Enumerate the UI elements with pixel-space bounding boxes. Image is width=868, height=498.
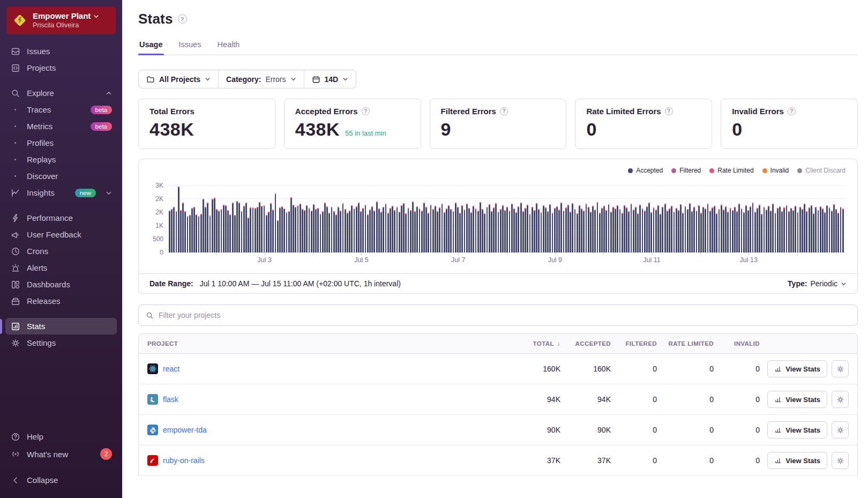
sidebar-item-projects[interactable]: Projects xyxy=(5,60,117,76)
sidebar-item-user-feedback[interactable]: User Feedback xyxy=(5,226,117,243)
tab-health[interactable]: Health xyxy=(216,40,241,55)
date-period-dropdown[interactable]: 14D xyxy=(304,70,356,88)
legend-item-accepted[interactable]: Accepted xyxy=(628,167,663,174)
bar xyxy=(482,209,483,252)
sidebar-item-what-s-new[interactable]: What's new2 xyxy=(5,445,117,463)
x-axis-tick xyxy=(555,252,556,255)
project-link[interactable]: flask xyxy=(163,395,178,404)
legend-item-client-discard[interactable]: Client Discard xyxy=(797,167,845,174)
sidebar-item-issues[interactable]: Issues xyxy=(5,43,117,60)
bar xyxy=(245,203,247,252)
bar xyxy=(730,208,731,252)
bar xyxy=(169,211,170,252)
stat-card-value: 9 xyxy=(441,119,451,140)
sidebar-item-replays[interactable]: Replays xyxy=(5,151,117,168)
sidebar-item-traces[interactable]: Tracesbeta xyxy=(5,101,117,118)
stat-card-subvalue: 55 in last min xyxy=(345,129,386,137)
bar xyxy=(605,210,607,252)
sidebar-item-label: Explore xyxy=(27,88,54,98)
category-dropdown[interactable]: Category: Errors xyxy=(218,70,303,88)
column-header-invalid[interactable]: INVALID xyxy=(714,340,760,347)
sidebar-item-stats[interactable]: Stats xyxy=(5,318,117,335)
bar xyxy=(802,209,803,252)
project-link[interactable]: react xyxy=(163,365,179,373)
chart-type-dropdown[interactable]: Type: Periodic xyxy=(788,279,847,288)
sidebar-item-profiles[interactable]: Profiles xyxy=(5,135,117,151)
sidebar-item-metrics[interactable]: Metricsbeta xyxy=(5,118,117,135)
view-stats-button[interactable]: View Stats xyxy=(767,452,827,469)
bar xyxy=(248,218,249,252)
view-stats-button[interactable]: View Stats xyxy=(767,391,827,408)
sidebar-item-label: Alerts xyxy=(27,263,47,272)
bar xyxy=(538,209,540,252)
bar xyxy=(799,207,801,252)
bar xyxy=(754,212,756,252)
bar xyxy=(241,211,243,252)
legend-item-rate-limited[interactable]: Rate Limited xyxy=(709,167,753,174)
help-icon[interactable]: ? xyxy=(788,107,796,115)
sidebar-item-crons[interactable]: Crons xyxy=(5,243,117,259)
y-axis-tick-label: 2K xyxy=(155,195,163,203)
stat-card-label: Rate Limited Errors xyxy=(586,107,661,116)
help-icon[interactable]: ? xyxy=(362,107,370,115)
sidebar-item-explore[interactable]: Explore xyxy=(5,85,117,101)
view-stats-button[interactable]: View Stats xyxy=(767,360,827,377)
column-header-project[interactable]: PROJECT xyxy=(147,340,509,347)
column-header-accepted[interactable]: ACCEPTED xyxy=(560,340,611,347)
sidebar-item-help[interactable]: Help xyxy=(5,428,117,445)
bar xyxy=(511,204,513,252)
bar xyxy=(236,201,238,252)
bar xyxy=(450,209,452,252)
sidebar-item-settings[interactable]: Settings xyxy=(5,335,117,351)
bar xyxy=(385,204,387,252)
sidebar-item-alerts[interactable]: Alerts xyxy=(5,259,117,276)
project-settings-button[interactable] xyxy=(832,421,849,438)
bar xyxy=(187,216,189,252)
bar-chart-icon xyxy=(774,426,782,434)
tab-usage[interactable]: Usage xyxy=(138,40,164,55)
sidebar-item-releases[interactable]: Releases xyxy=(5,293,117,309)
x-axis-tick xyxy=(361,252,362,255)
help-icon[interactable]: ? xyxy=(500,107,508,115)
column-header-total[interactable]: TOTAL ↓ xyxy=(509,340,560,347)
sidebar-item-collapse[interactable]: Collapse xyxy=(5,472,117,488)
sidebar-item-dashboards[interactable]: Dashboards xyxy=(5,276,117,293)
view-stats-button[interactable]: View Stats xyxy=(767,421,827,438)
project-search-input[interactable] xyxy=(159,311,850,319)
project-settings-button[interactable] xyxy=(832,360,849,377)
project-settings-button[interactable] xyxy=(832,391,849,408)
bar xyxy=(349,211,350,252)
project-link[interactable]: ruby-on-rails xyxy=(163,456,205,465)
siren-icon xyxy=(10,263,20,273)
broadcast-icon xyxy=(10,449,20,459)
legend-item-filtered[interactable]: Filtered xyxy=(671,167,701,174)
sidebar-item-label: Dashboards xyxy=(27,280,70,289)
bar xyxy=(414,211,416,252)
bar xyxy=(518,206,519,252)
column-header-filtered[interactable]: FILTERED xyxy=(611,340,657,347)
project-link[interactable]: empower-tda xyxy=(163,426,207,434)
sidebar-item-insights[interactable]: Insightsnew xyxy=(5,184,117,201)
bar xyxy=(676,208,677,252)
project-settings-button[interactable] xyxy=(832,452,849,469)
view-stats-label: View Stats xyxy=(785,457,820,465)
help-icon[interactable]: ? xyxy=(665,107,673,115)
page-help-icon[interactable]: ? xyxy=(178,14,187,24)
bar xyxy=(732,210,734,252)
org-switcher-button[interactable]: Empower Plant Priscila Oliveira xyxy=(6,6,116,34)
bar xyxy=(430,205,432,252)
stat-card-value: 0 xyxy=(586,119,596,140)
sidebar-item-discover[interactable]: Discover xyxy=(5,168,117,184)
bar xyxy=(667,211,668,252)
project-filter-dropdown[interactable]: All Projects xyxy=(139,70,218,88)
table-row-ruby-on-rails: ruby-on-rails37K37K000View Stats xyxy=(139,445,857,476)
bullet-icon xyxy=(10,159,20,160)
bar xyxy=(459,213,461,252)
cell-total: 160K xyxy=(509,365,560,373)
column-header-rate-limited[interactable]: RATE LIMITED xyxy=(657,340,714,347)
bar xyxy=(425,207,427,252)
bar xyxy=(396,207,398,252)
tab-issues[interactable]: Issues xyxy=(178,40,203,55)
legend-item-invalid[interactable]: Invalid xyxy=(762,167,789,174)
sidebar-item-performance[interactable]: Performance xyxy=(5,210,117,226)
